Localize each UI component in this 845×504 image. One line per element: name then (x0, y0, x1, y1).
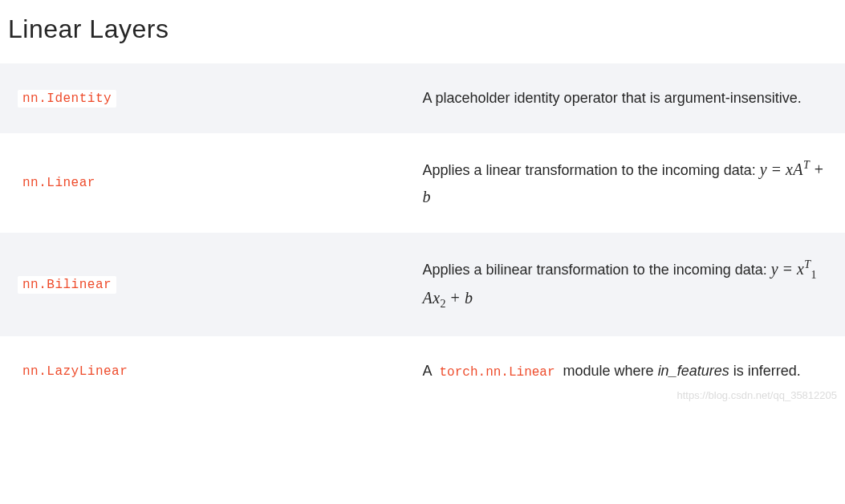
table-row: nn.LazyLinear A torch.nn.Linear module w… (0, 336, 845, 406)
api-cell: nn.LazyLinear (18, 364, 423, 379)
desc-cell: Applies a bilinear transformation to the… (423, 255, 828, 315)
arg-name: in_features (658, 363, 729, 379)
desc-cell: A torch.nn.Linear module where in_featur… (423, 359, 828, 384)
api-link-bilinear[interactable]: nn.Bilinear (18, 276, 116, 294)
desc-cell: A placeholder identity operator that is … (423, 86, 828, 111)
page-title: Linear Layers (0, 0, 845, 63)
api-link-linear[interactable]: nn.Linear (18, 174, 100, 192)
api-link-lazylinear[interactable]: nn.LazyLinear (18, 363, 132, 380)
table-row: nn.Bilinear Applies a bilinear transform… (0, 233, 845, 337)
desc-text-b: module where (559, 363, 658, 379)
desc-text-a: A (423, 363, 436, 379)
inline-code: torch.nn.Linear (436, 364, 559, 380)
desc-text: Applies a linear transformation to the i… (423, 162, 760, 178)
api-cell: nn.Linear (18, 175, 423, 190)
desc-text-c: is inferred. (729, 363, 801, 379)
desc-text: A placeholder identity operator that is … (423, 90, 802, 106)
table-row: nn.Identity A placeholder identity opera… (0, 63, 845, 133)
api-cell: nn.Bilinear (18, 277, 423, 292)
desc-cell: Applies a linear transformation to the i… (423, 156, 828, 210)
desc-text: Applies a bilinear transformation to the… (423, 262, 771, 278)
api-link-identity[interactable]: nn.Identity (18, 90, 116, 108)
table-row: nn.Linear Applies a linear transformatio… (0, 133, 845, 233)
api-cell: nn.Identity (18, 91, 423, 106)
